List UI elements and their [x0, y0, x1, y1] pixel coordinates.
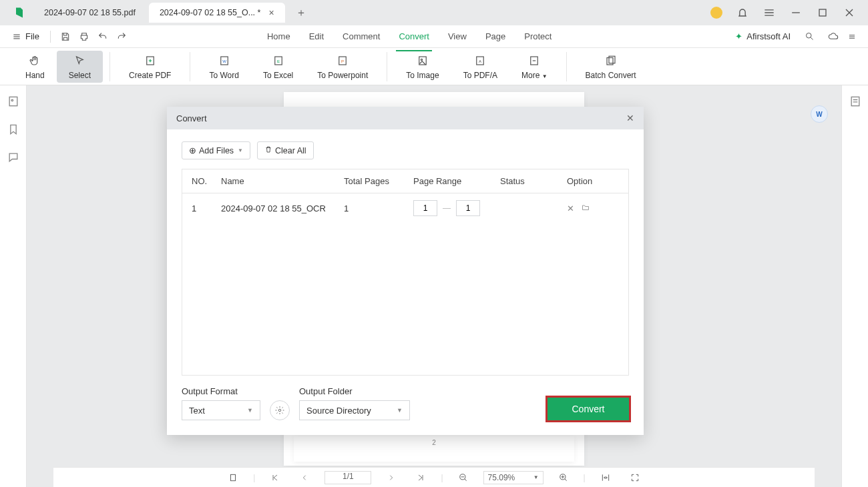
bookmark-icon[interactable]	[7, 123, 20, 136]
tab-document-1[interactable]: 2024-09-07 02 18 55_O... * ×	[149, 3, 285, 23]
output-format-select[interactable]: Text ▼	[182, 400, 260, 420]
minimize-icon[interactable]	[789, 6, 803, 19]
maximize-icon[interactable]	[816, 6, 829, 19]
undo-icon[interactable]	[93, 27, 112, 46]
svg-point-10	[421, 59, 422, 60]
table-row[interactable]: 1 2024-09-07 02 18 55_OCR 1 — ✕	[182, 193, 628, 223]
ribbon-to-ppt[interactable]: P To Powerpoint	[305, 51, 380, 83]
ribbon-hand[interactable]: Hand	[13, 51, 57, 83]
filebar: File Home Edit Comment Convert View Page…	[0, 25, 868, 48]
redo-icon[interactable]	[112, 27, 131, 46]
tab-view[interactable]: View	[445, 27, 469, 45]
first-page-icon[interactable]	[266, 468, 284, 487]
file-label: File	[25, 31, 39, 41]
statusbar: | 1/1 | 75.09%▼ |	[53, 467, 815, 487]
remove-icon[interactable]: ✕	[567, 203, 574, 213]
svg-text:E: E	[277, 59, 280, 63]
ribbon-more[interactable]: More ▼	[509, 51, 560, 83]
tab-home[interactable]: Home	[264, 27, 293, 45]
zoom-select[interactable]: 75.09%▼	[483, 471, 544, 484]
dialog-title: Convert	[176, 113, 207, 123]
word-icon: W	[217, 53, 232, 68]
close-window-icon[interactable]	[843, 6, 856, 19]
fullscreen-icon[interactable]	[626, 468, 644, 487]
cloud-icon[interactable]	[824, 27, 843, 46]
right-sidebar	[841, 85, 868, 487]
range-from-input[interactable]	[413, 200, 437, 216]
th-no: NO.	[192, 176, 221, 186]
cell-no: 1	[192, 203, 221, 213]
range-to-input[interactable]	[456, 200, 480, 216]
ribbon-select[interactable]: Select	[57, 51, 103, 83]
ribbon-batch-convert[interactable]: Batch Convert	[574, 51, 648, 83]
ribbon: Hand Select Create PDF W To Word E To Ex…	[0, 48, 868, 85]
output-folder-label: Output Folder	[299, 386, 410, 396]
save-icon[interactable]	[56, 27, 75, 46]
tab-comment[interactable]: Comment	[340, 27, 383, 45]
svg-point-1	[806, 33, 811, 39]
format-settings-button[interactable]	[270, 400, 290, 420]
collapse-icon[interactable]	[843, 27, 861, 46]
batch-icon	[604, 53, 618, 68]
menu-tabs: Home Edit Comment Convert View Page Prot…	[264, 27, 555, 45]
tab-convert[interactable]: Convert	[396, 27, 432, 45]
ribbon-create-pdf[interactable]: Create PDF	[117, 51, 183, 83]
range-dash: —	[443, 203, 451, 213]
window-controls	[710, 6, 863, 19]
comment-icon[interactable]	[7, 151, 20, 164]
page-preview-2[interactable]: 2	[294, 436, 574, 462]
files-table: NO. Name Total Pages Page Range Status O…	[182, 169, 629, 376]
new-tab-button[interactable]: ＋	[293, 5, 309, 21]
svg-rect-15	[609, 56, 615, 63]
output-folder-select[interactable]: Source Directory ▼	[299, 400, 410, 420]
tab-label: 2024-09-07 02 18 55.pdf	[44, 8, 136, 17]
close-icon[interactable]: ✕	[626, 113, 634, 123]
add-files-button[interactable]: ⊕ Add Files ▼	[182, 141, 250, 159]
svg-rect-0	[819, 9, 826, 16]
convert-dialog: Convert ✕ ⊕ Add Files ▼ Clear All NO. Na…	[167, 107, 644, 435]
tab-document-0[interactable]: 2024-09-07 02 18 55.pdf	[33, 3, 146, 23]
tab-protect[interactable]: Protect	[521, 27, 554, 45]
cell-range: —	[413, 200, 500, 216]
ribbon-to-image[interactable]: To Image	[394, 51, 451, 83]
search-icon[interactable]	[800, 27, 819, 46]
page-number-input[interactable]: 1/1	[324, 471, 371, 484]
ai-label: Afirstsoft AI	[746, 31, 791, 41]
svg-rect-16	[9, 97, 17, 105]
trash-icon	[264, 145, 272, 155]
ai-button[interactable]: ✦ Afirstsoft AI	[735, 31, 791, 41]
last-page-icon[interactable]	[411, 468, 430, 487]
zoom-out-icon[interactable]	[454, 468, 473, 487]
plus-circle-icon: ⊕	[189, 145, 196, 155]
tab-page[interactable]: Page	[483, 27, 508, 45]
output-format-label: Output Format	[182, 386, 260, 396]
th-status: Status	[500, 176, 567, 186]
clear-all-button[interactable]: Clear All	[257, 141, 314, 159]
separator	[566, 52, 567, 81]
zoom-in-icon[interactable]	[554, 468, 573, 487]
folder-icon[interactable]	[581, 203, 590, 213]
prev-page-icon[interactable]	[295, 468, 314, 487]
user-avatar[interactable]	[710, 7, 722, 19]
dialog-footer: Output Format Text ▼ Output Folder Sourc…	[167, 376, 644, 435]
chevron-down-icon: ▼	[542, 73, 548, 79]
divider	[50, 31, 51, 43]
word-export-badge[interactable]: W	[811, 105, 828, 123]
ribbon-to-excel[interactable]: E To Excel	[251, 51, 305, 83]
file-menu-button[interactable]: File	[7, 29, 45, 44]
chevron-down-icon: ▼	[247, 407, 253, 414]
menu-icon[interactable]	[763, 6, 776, 19]
next-page-icon[interactable]	[382, 468, 401, 487]
notification-icon[interactable]	[736, 6, 749, 19]
page-layout-icon[interactable]	[224, 468, 242, 487]
print-icon[interactable]	[75, 27, 93, 46]
tab-edit[interactable]: Edit	[306, 27, 327, 45]
excel-icon: E	[271, 53, 286, 68]
convert-button[interactable]: Convert	[548, 398, 629, 420]
ribbon-to-word[interactable]: W To Word	[197, 51, 250, 83]
fit-width-icon[interactable]	[596, 468, 615, 487]
ribbon-to-pdfa[interactable]: A To PDF/A	[451, 51, 509, 83]
properties-icon[interactable]	[849, 95, 862, 108]
close-icon[interactable]: ×	[268, 7, 274, 18]
thumbnails-icon[interactable]	[7, 95, 20, 108]
